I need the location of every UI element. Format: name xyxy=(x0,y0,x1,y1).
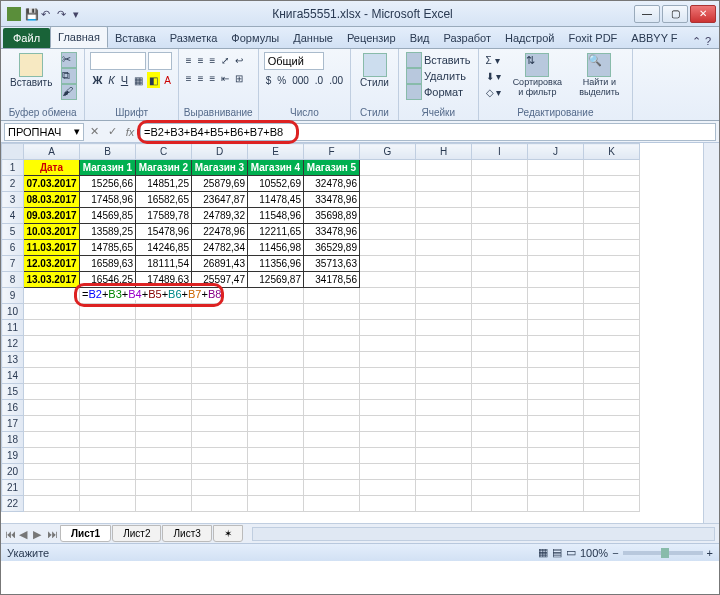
cell[interactable] xyxy=(584,416,640,432)
cell[interactable]: Дата xyxy=(24,160,80,176)
cell[interactable] xyxy=(584,160,640,176)
cell[interactable]: 09.03.2017 xyxy=(24,208,80,224)
cell[interactable]: 24782,34 xyxy=(192,240,248,256)
cell[interactable] xyxy=(192,480,248,496)
cell[interactable] xyxy=(192,448,248,464)
sheet-last-icon[interactable]: ⏭ xyxy=(47,528,59,540)
autosum-button[interactable]: Σ ▾ xyxy=(484,52,504,68)
cell[interactable]: 11456,98 xyxy=(248,240,304,256)
help-icon[interactable]: ? xyxy=(705,35,711,48)
cell[interactable]: 34178,56 xyxy=(304,272,360,288)
cell[interactable] xyxy=(528,304,584,320)
cell[interactable] xyxy=(24,480,80,496)
cell[interactable] xyxy=(416,288,472,304)
sheet-tab[interactable]: Лист3 xyxy=(162,525,211,542)
cell[interactable] xyxy=(584,496,640,512)
row-header[interactable]: 8 xyxy=(2,272,24,288)
col-header[interactable]: G xyxy=(360,144,416,160)
cell[interactable] xyxy=(416,384,472,400)
col-header[interactable]: E xyxy=(248,144,304,160)
cell[interactable] xyxy=(472,288,528,304)
percent-button[interactable]: % xyxy=(275,72,288,88)
row-header[interactable]: 21 xyxy=(2,480,24,496)
cell[interactable] xyxy=(248,464,304,480)
cell[interactable] xyxy=(584,320,640,336)
cell[interactable] xyxy=(584,224,640,240)
cell[interactable]: 10.03.2017 xyxy=(24,224,80,240)
file-tab[interactable]: Файл xyxy=(3,28,50,48)
cell[interactable] xyxy=(24,352,80,368)
cell[interactable] xyxy=(584,272,640,288)
format-painter-button[interactable]: 🖌 xyxy=(59,84,79,100)
cell[interactable] xyxy=(304,288,360,304)
grid[interactable]: A B C D E F G H I J K 1 Дата Магазин 1 М… xyxy=(1,143,703,523)
cell[interactable] xyxy=(304,400,360,416)
row-header[interactable]: 1 xyxy=(2,160,24,176)
cell[interactable] xyxy=(528,352,584,368)
cell[interactable]: Магазин 3 xyxy=(192,160,248,176)
cell[interactable] xyxy=(584,288,640,304)
cell[interactable] xyxy=(584,480,640,496)
cell[interactable] xyxy=(584,448,640,464)
row-header[interactable]: 13 xyxy=(2,352,24,368)
insert-cells-button[interactable]: Вставить xyxy=(404,52,473,68)
cell[interactable] xyxy=(528,192,584,208)
cell[interactable]: Магазин 2 xyxy=(136,160,192,176)
tab-developer[interactable]: Разработ xyxy=(437,28,498,48)
find-select-button[interactable]: 🔍 Найти и выделить xyxy=(571,52,627,98)
cell[interactable] xyxy=(304,432,360,448)
cell[interactable] xyxy=(416,352,472,368)
row-header[interactable]: 6 xyxy=(2,240,24,256)
formula-input[interactable]: =B2+B3+B4+B5+B6+B7+B8 xyxy=(140,123,716,141)
row-header[interactable]: 14 xyxy=(2,368,24,384)
cell[interactable] xyxy=(360,224,416,240)
cell[interactable] xyxy=(360,416,416,432)
undo-icon[interactable]: ↶ xyxy=(41,8,53,20)
col-header[interactable]: J xyxy=(528,144,584,160)
cell[interactable] xyxy=(472,416,528,432)
cell[interactable] xyxy=(304,384,360,400)
zoom-in-button[interactable]: + xyxy=(707,547,713,559)
cell[interactable] xyxy=(136,432,192,448)
cell[interactable] xyxy=(80,384,136,400)
cell[interactable] xyxy=(584,208,640,224)
cell[interactable] xyxy=(528,208,584,224)
cell[interactable]: 25597,47 xyxy=(192,272,248,288)
cell[interactable] xyxy=(416,240,472,256)
cell[interactable] xyxy=(80,320,136,336)
font-name-select[interactable] xyxy=(90,52,146,70)
cell[interactable] xyxy=(416,448,472,464)
redo-icon[interactable]: ↷ xyxy=(57,8,69,20)
cell[interactable] xyxy=(584,464,640,480)
cell[interactable] xyxy=(248,288,304,304)
cell[interactable] xyxy=(528,320,584,336)
cell[interactable] xyxy=(360,432,416,448)
cell[interactable] xyxy=(472,192,528,208)
cell[interactable] xyxy=(136,336,192,352)
cell[interactable]: 17458,96 xyxy=(80,192,136,208)
cell[interactable] xyxy=(584,192,640,208)
cell[interactable] xyxy=(136,400,192,416)
cell[interactable]: 11356,96 xyxy=(248,256,304,272)
cell[interactable]: 11478,45 xyxy=(248,192,304,208)
cell[interactable] xyxy=(472,336,528,352)
cell[interactable]: 35713,63 xyxy=(304,256,360,272)
tab-formulas[interactable]: Формулы xyxy=(224,28,286,48)
minimize-button[interactable]: — xyxy=(634,5,660,23)
cell[interactable] xyxy=(472,304,528,320)
cell[interactable]: 16582,65 xyxy=(136,192,192,208)
cell[interactable] xyxy=(24,288,80,304)
cell[interactable]: 26891,43 xyxy=(192,256,248,272)
cell[interactable] xyxy=(136,352,192,368)
cell[interactable] xyxy=(360,288,416,304)
cell[interactable]: 11.03.2017 xyxy=(24,240,80,256)
fill-color-button[interactable]: ◧ xyxy=(147,72,160,88)
cell[interactable] xyxy=(360,368,416,384)
cell[interactable]: 15256,66 xyxy=(80,176,136,192)
col-header[interactable]: F xyxy=(304,144,360,160)
cell[interactable] xyxy=(416,176,472,192)
view-break-icon[interactable]: ▭ xyxy=(566,546,576,559)
cell[interactable] xyxy=(528,400,584,416)
tab-foxit[interactable]: Foxit PDF xyxy=(561,28,624,48)
cell[interactable] xyxy=(304,416,360,432)
